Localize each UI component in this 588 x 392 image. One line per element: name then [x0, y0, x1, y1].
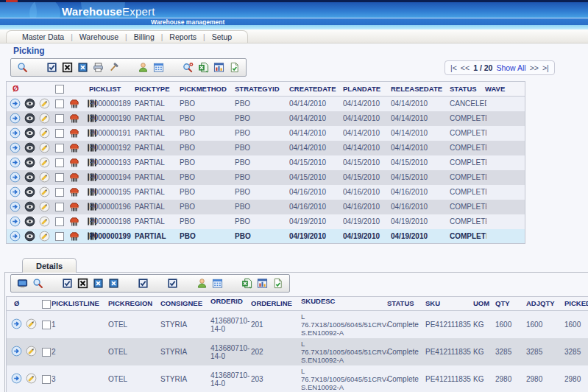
edit-icon[interactable] — [39, 113, 50, 124]
row-checkbox[interactable] — [42, 375, 51, 384]
view-icon[interactable] — [24, 231, 35, 242]
excel-export-icon[interactable] — [241, 278, 252, 289]
barcode-print-icon[interactable] — [68, 98, 79, 109]
edit-icon[interactable] — [26, 373, 37, 384]
view-icon[interactable] — [24, 172, 35, 183]
search-icon[interactable] — [32, 278, 43, 289]
row-checkbox[interactable] — [55, 99, 64, 108]
row-checkbox[interactable] — [42, 348, 51, 357]
excel-export-icon[interactable] — [198, 62, 209, 73]
table-row[interactable]: P000000195 PARTIAL PBO PBO 04/16/2010 04… — [7, 185, 525, 200]
menu-item-warehouse[interactable]: Warehouse — [73, 32, 125, 41]
monitor-icon[interactable] — [17, 278, 28, 289]
view-icon[interactable] — [24, 142, 35, 153]
view-icon[interactable] — [24, 98, 35, 109]
clear-all-icon[interactable] — [62, 62, 73, 73]
details-row[interactable]: 3 OTEL STYRIA 413680710-14-0 203 L 76.7X… — [7, 365, 588, 392]
view-icon[interactable] — [24, 113, 35, 124]
view-icon[interactable] — [24, 127, 35, 139]
edit-icon[interactable] — [39, 127, 50, 139]
barcode-print-icon[interactable] — [68, 127, 79, 139]
row-checkbox[interactable] — [55, 217, 64, 226]
clear-all-icon[interactable] — [77, 278, 88, 289]
pager-last-button[interactable]: >| — [542, 63, 549, 72]
pager-next-button[interactable]: >> — [530, 63, 539, 72]
edit-icon[interactable] — [39, 172, 50, 183]
open-row-icon[interactable] — [10, 127, 21, 139]
pager-show-all-link[interactable]: Show All — [496, 63, 525, 72]
tools-icon[interactable] — [108, 62, 119, 73]
bar-chart-icon[interactable] — [213, 62, 224, 73]
open-row-icon[interactable] — [10, 157, 21, 168]
row-checkbox[interactable] — [55, 203, 64, 211]
calendar-grid-icon[interactable] — [153, 62, 164, 73]
barcode-print-icon[interactable] — [68, 157, 79, 168]
search-gear-icon[interactable] — [183, 62, 194, 73]
edit-icon[interactable] — [39, 231, 50, 242]
menu-item-setup[interactable]: Setup — [205, 32, 238, 41]
open-row-icon[interactable] — [11, 373, 22, 384]
person-icon[interactable] — [196, 278, 208, 289]
edit-icon[interactable] — [39, 216, 50, 227]
edit-icon[interactable] — [39, 98, 50, 109]
open-row-icon[interactable] — [10, 231, 21, 242]
row-checkbox[interactable] — [42, 321, 51, 329]
barcode-print-icon[interactable] — [68, 186, 79, 197]
row-checkbox[interactable] — [55, 158, 64, 167]
table-row[interactable]: P000000191 PARTIAL PBO PBO 04/14/2010 04… — [7, 126, 525, 141]
calendar-grid-icon[interactable] — [212, 278, 223, 289]
open-row-icon[interactable] — [10, 98, 21, 109]
view-icon[interactable] — [24, 186, 35, 197]
edit-icon[interactable] — [39, 186, 50, 197]
open-row-icon[interactable] — [10, 142, 21, 153]
row-checkbox[interactable] — [55, 129, 64, 138]
barcode-print-icon[interactable] — [68, 142, 79, 153]
open-row-icon[interactable] — [10, 201, 21, 212]
select-all-icon[interactable] — [62, 278, 73, 289]
details-row[interactable]: 1 OTEL STYRIA 413680710-14-0 201 L 76.7X… — [7, 311, 588, 338]
view-icon[interactable] — [24, 201, 35, 212]
open-row-icon[interactable] — [11, 318, 22, 329]
menu-item-master-data[interactable]: Master Data — [15, 32, 71, 41]
view-icon[interactable] — [24, 157, 35, 168]
row-checkbox[interactable] — [55, 173, 64, 182]
document-check-icon[interactable] — [272, 278, 283, 289]
view-icon[interactable] — [24, 216, 35, 227]
table-row[interactable]: P000000196 PARTIAL PBO PBO 04/16/2010 04… — [7, 200, 525, 214]
edit-icon[interactable] — [26, 318, 37, 329]
row-checkbox[interactable] — [55, 188, 64, 197]
select-all-checkbox[interactable] — [55, 85, 64, 94]
select-all-icon[interactable] — [46, 62, 57, 73]
barcode-print-icon[interactable] — [68, 216, 79, 227]
search-icon[interactable] — [17, 62, 28, 73]
table-row[interactable]: P000000198 PARTIAL PBO PBO 04/19/2010 04… — [7, 214, 525, 229]
row-checkbox[interactable] — [55, 144, 64, 153]
details-row[interactable]: 2 OTEL STYRIA 413680710-14-0 202 L 76.7X… — [7, 338, 588, 365]
edit-icon[interactable] — [39, 201, 50, 212]
barcode-print-icon[interactable] — [68, 113, 79, 124]
open-row-icon[interactable] — [10, 186, 21, 197]
table-row[interactable]: P000000194 PARTIAL PBO PBO 04/15/2010 04… — [7, 170, 525, 185]
document-check-icon[interactable] — [229, 62, 240, 73]
row-checkbox[interactable] — [55, 232, 64, 241]
table-row[interactable]: P000000193 PARTIAL PBO PBO 04/15/2010 04… — [7, 155, 525, 170]
open-row-icon[interactable] — [10, 172, 21, 183]
bar-chart-icon[interactable] — [257, 278, 268, 289]
delete-line-icon[interactable] — [108, 278, 119, 289]
barcode-print-icon[interactable] — [68, 172, 79, 183]
table-row[interactable]: P000000189 PARTIAL PBO PBO 04/14/2010 04… — [7, 97, 525, 111]
open-row-icon[interactable] — [10, 113, 21, 124]
delete-icon[interactable] — [93, 278, 104, 289]
edit-icon[interactable] — [39, 142, 50, 153]
pager-first-button[interactable]: |< — [450, 63, 457, 72]
table-row-selected[interactable]: P000000199 PARTIAL PBO PBO 04/19/2010 04… — [7, 229, 525, 244]
row-checkbox[interactable] — [55, 114, 64, 123]
edit-icon[interactable] — [39, 157, 50, 168]
delete-icon[interactable] — [77, 62, 88, 73]
open-row-icon[interactable] — [10, 216, 21, 227]
pager-prev-button[interactable]: << — [461, 63, 470, 72]
tab-details[interactable]: Details — [22, 258, 77, 273]
details-select-all-checkbox[interactable] — [42, 300, 51, 309]
menu-item-reports[interactable]: Reports — [163, 32, 203, 41]
table-row[interactable]: P000000190 PARTIAL PBO PBO 04/14/2010 04… — [7, 111, 525, 126]
